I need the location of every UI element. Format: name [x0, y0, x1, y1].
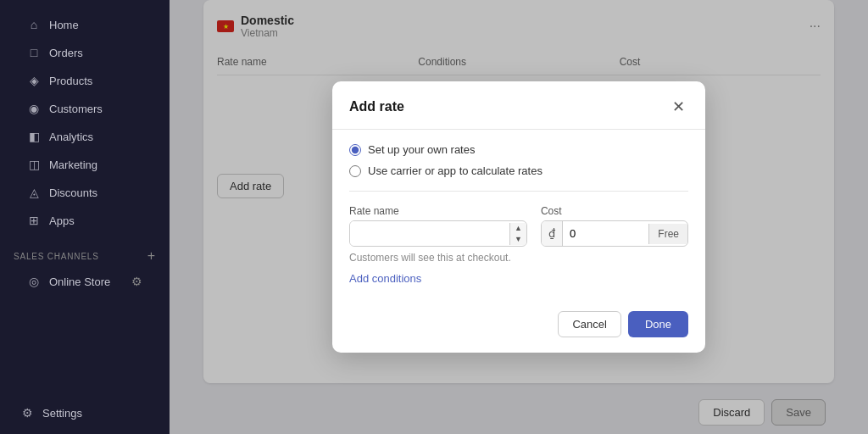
- sales-channels-section: SALES CHANNELS +: [0, 238, 170, 267]
- add-sales-channel-icon[interactable]: +: [147, 248, 156, 264]
- rate-name-group: Rate name ▲ ▼: [349, 205, 527, 247]
- sidebar-item-analytics[interactable]: ◧ Analytics: [14, 123, 156, 150]
- form-row: Rate name ▲ ▼ Cost ₫: [349, 205, 688, 247]
- rate-name-input-wrapper: ▲ ▼: [349, 220, 527, 247]
- products-icon: ◈: [27, 74, 41, 87]
- modal-body: Set up your own rates Use carrier or app…: [332, 130, 705, 299]
- rate-type-radio-group: Set up your own rates Use carrier or app…: [349, 143, 688, 177]
- analytics-icon: ◧: [27, 130, 41, 143]
- online-store-icon: ◎: [27, 275, 41, 288]
- modal-overlay: Add rate ✕ Set up your own rates Use car…: [170, 0, 868, 434]
- sidebar-label-discounts: Discounts: [49, 186, 97, 199]
- orders-icon: □: [27, 46, 41, 59]
- add-conditions-link[interactable]: Add conditions: [349, 272, 421, 285]
- sidebar-label-apps: Apps: [49, 214, 75, 227]
- apps-icon: ⊞: [27, 214, 41, 227]
- radio-own-rates[interactable]: Set up your own rates: [349, 143, 688, 156]
- sidebar-label-customers: Customers: [49, 103, 103, 115]
- cost-input[interactable]: [563, 221, 648, 246]
- radio-carrier-rates[interactable]: Use carrier or app to calculate rates: [349, 164, 688, 177]
- sidebar-item-discounts[interactable]: ◬ Discounts: [14, 179, 156, 206]
- modal-title: Add rate: [349, 99, 404, 114]
- customers-icon: ◉: [27, 102, 41, 115]
- discounts-icon: ◬: [27, 186, 41, 199]
- sidebar-item-customers[interactable]: ◉ Customers: [14, 95, 156, 122]
- arrow-up-button[interactable]: ▲: [510, 223, 526, 234]
- currency-symbol: ₫: [542, 221, 563, 246]
- free-badge: Free: [648, 224, 687, 244]
- sidebar-item-products[interactable]: ◈ Products: [14, 67, 156, 94]
- sidebar-label-analytics: Analytics: [49, 131, 93, 143]
- done-button[interactable]: Done: [628, 311, 688, 337]
- sidebar: ⌂ Home □ Orders ◈ Products ◉ Customers ◧…: [0, 0, 170, 434]
- checkout-hint: Customers will see this at checkout.: [349, 252, 688, 264]
- sidebar-label-orders: Orders: [49, 47, 83, 59]
- sidebar-item-settings[interactable]: ⚙ Settings: [7, 399, 163, 426]
- sidebar-item-marketing[interactable]: ◫ Marketing: [14, 151, 156, 178]
- modal-body-divider: [349, 191, 688, 192]
- sidebar-item-orders[interactable]: □ Orders: [14, 39, 156, 66]
- radio-own-rates-input[interactable]: [349, 144, 361, 156]
- sidebar-item-home[interactable]: ⌂ Home: [14, 11, 156, 38]
- cost-label: Cost: [541, 205, 688, 217]
- marketing-icon: ◫: [27, 158, 41, 171]
- sidebar-label-online-store: Online Store: [49, 275, 110, 288]
- cost-input-wrapper: ₫ Free: [541, 220, 688, 247]
- sidebar-label-products: Products: [49, 75, 92, 87]
- cost-group: Cost ₫ Free: [541, 205, 688, 247]
- rate-name-input[interactable]: [350, 221, 509, 246]
- sidebar-label-home: Home: [49, 19, 79, 31]
- radio-carrier-rates-input[interactable]: [349, 165, 361, 177]
- modal-header: Add rate ✕: [332, 81, 705, 129]
- radio-carrier-rates-label: Use carrier or app to calculate rates: [368, 164, 542, 177]
- rate-name-label: Rate name: [349, 205, 527, 217]
- sidebar-item-apps[interactable]: ⊞ Apps: [14, 207, 156, 234]
- radio-own-rates-label: Set up your own rates: [368, 143, 475, 156]
- modal-close-button[interactable]: ✕: [668, 97, 688, 117]
- sidebar-label-marketing: Marketing: [49, 159, 97, 171]
- cancel-button[interactable]: Cancel: [558, 311, 620, 337]
- main-content: Domestic Vietnam ··· Rate name Condition…: [170, 0, 868, 434]
- online-store-settings-icon[interactable]: ⚙: [131, 275, 142, 288]
- settings-icon: ⚙: [20, 406, 34, 420]
- sidebar-label-settings: Settings: [42, 407, 82, 420]
- arrow-down-button[interactable]: ▼: [510, 234, 526, 245]
- add-rate-modal: Add rate ✕ Set up your own rates Use car…: [332, 81, 705, 353]
- rate-name-arrows: ▲ ▼: [509, 223, 526, 245]
- home-icon: ⌂: [27, 18, 41, 31]
- modal-footer: Cancel Done: [332, 299, 705, 353]
- sidebar-bottom: ⚙ Settings: [0, 398, 170, 434]
- sidebar-item-online-store[interactable]: ◎ Online Store ⚙: [14, 268, 156, 295]
